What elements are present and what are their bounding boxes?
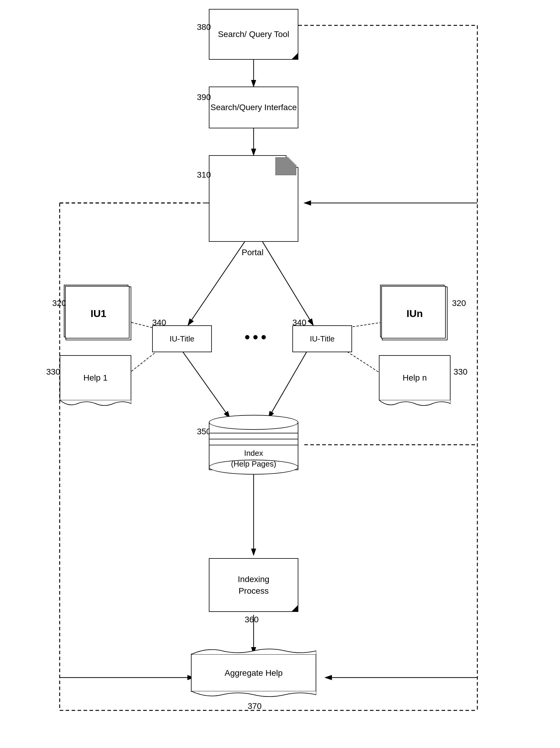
iu-title-left-node: IU-Title xyxy=(152,325,212,352)
dots-label: ••• xyxy=(245,328,269,346)
iu1-node: IU1 xyxy=(66,286,131,340)
iu1-label: IU1 xyxy=(91,307,106,320)
index-cylinder-node: Index (Help Pages) xyxy=(209,415,298,474)
helpn-node: Help n xyxy=(379,355,451,406)
ref-390: 390 xyxy=(197,93,211,102)
iun-label: IUn xyxy=(407,307,423,320)
ref-310: 310 xyxy=(197,170,211,180)
svg-line-14 xyxy=(263,242,313,325)
help1-node: Help 1 xyxy=(60,355,131,406)
ref-380-sqtool: 380 xyxy=(197,22,211,32)
search-query-interface-label: Search/Query Interface xyxy=(210,102,296,113)
portal-label: Portal xyxy=(242,248,264,257)
search-query-interface-node: Search/Query Interface xyxy=(209,87,298,128)
svg-line-13 xyxy=(188,242,245,325)
ref-370: 370 xyxy=(248,701,262,711)
portal-node xyxy=(209,155,298,242)
ref-330-help1: 330 xyxy=(46,367,60,377)
ref-320-iu1: 320 xyxy=(52,299,66,308)
indexing-process-label: IndexingProcess xyxy=(238,574,269,597)
help1-label: Help 1 xyxy=(83,373,108,383)
diagram-container: Search/ Query Tool 380 Search/Query Inte… xyxy=(0,0,560,748)
svg-line-20 xyxy=(269,351,307,418)
indexing-process-node: IndexingProcess xyxy=(209,558,298,612)
ref-320-iun: 320 xyxy=(452,299,466,308)
index-label-line2: (Help Pages) xyxy=(231,459,276,468)
iu-title-left-label: IU-Title xyxy=(170,334,195,344)
iu-title-right-node: IU-Title xyxy=(292,325,352,352)
ref-340-right: 340 xyxy=(292,318,307,327)
search-query-tool-label: Search/ Query Tool xyxy=(218,29,289,40)
iu-title-right-label: IU-Title xyxy=(310,334,335,344)
helpn-label: Help n xyxy=(403,373,427,383)
ref-360: 360 xyxy=(245,615,259,625)
aggregate-help-label: Aggregate Help xyxy=(225,668,283,678)
search-query-tool-node: Search/ Query Tool xyxy=(209,9,298,60)
ref-330-helpn: 330 xyxy=(454,367,467,377)
aggregate-help-node: Aggregate Help xyxy=(191,654,316,698)
index-label-line1: Index xyxy=(244,449,263,458)
svg-line-19 xyxy=(182,351,230,418)
iun-node: IUn xyxy=(382,286,447,340)
ref-340-left: 340 xyxy=(152,318,166,327)
